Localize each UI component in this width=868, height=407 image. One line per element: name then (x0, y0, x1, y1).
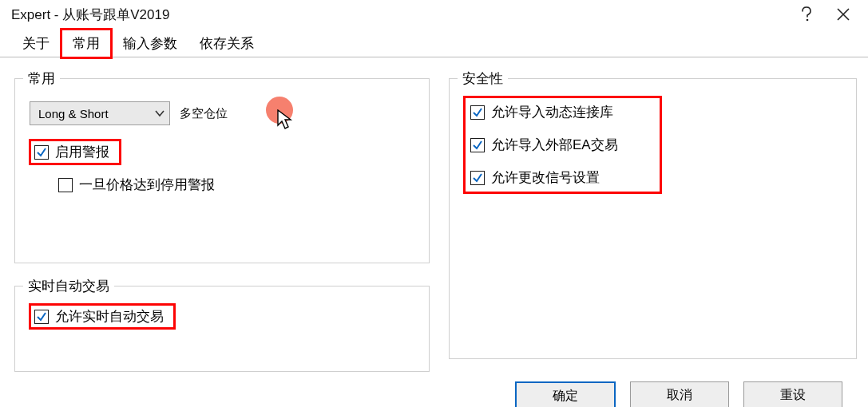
tab-common[interactable]: 常用 (61, 29, 112, 58)
tab-about[interactable]: 关于 (11, 30, 61, 57)
reset-button[interactable]: 重设 (743, 381, 842, 407)
checkbox-box (470, 105, 485, 120)
checkbox-box (470, 138, 485, 152)
checkbox-box (58, 178, 73, 192)
enable-alert-label: 启用警报 (55, 143, 109, 161)
help-button[interactable] (788, 0, 825, 29)
allow-signal-label: 允许更改信号设置 (491, 168, 600, 187)
chevron-down-icon (155, 107, 164, 121)
group-common: 常用 Long & Short 多空仓位 (14, 78, 430, 263)
group-common-legend: 常用 (23, 69, 60, 88)
group-security: 安全性 允许导入动态连接库 允许导入外部EA交易 (449, 78, 857, 359)
title-bar: Expert - 从账号跟单V2019 (0, 0, 868, 29)
cancel-button[interactable]: 取消 (630, 381, 729, 407)
security-highlight: 允许导入动态连接库 允许导入外部EA交易 (464, 97, 661, 193)
allow-live-trading-label: 允许实时自动交易 (55, 307, 164, 326)
help-icon (801, 6, 812, 22)
group-security-legend: 安全性 (458, 69, 508, 88)
positions-select[interactable]: Long & Short (30, 101, 170, 125)
tab-inputs[interactable]: 输入参数 (112, 30, 188, 57)
close-button[interactable] (825, 0, 862, 29)
disable-alert-once-hit-checkbox[interactable]: 一旦价格达到停用警报 (58, 176, 215, 194)
allow-dll-checkbox[interactable]: 允许导入动态连接库 (470, 103, 613, 121)
group-auto-trading: 实时自动交易 允许实时自动交易 (14, 286, 430, 372)
window-title: Expert - 从账号跟单V2019 (11, 6, 788, 24)
close-icon (837, 8, 850, 21)
enable-alert-highlight: 启用警报 (30, 140, 121, 164)
checkbox-box (34, 310, 49, 324)
tab-strip: 关于 常用 输入参数 依存关系 (0, 29, 868, 57)
allow-ext-ea-label: 允许导入外部EA交易 (491, 136, 618, 154)
reset-button-label: 重设 (780, 387, 806, 404)
allow-signal-checkbox[interactable]: 允许更改信号设置 (470, 168, 600, 187)
cursor-icon (277, 109, 295, 132)
ok-button-label: 确定 (553, 388, 578, 405)
positions-label: 多空仓位 (180, 106, 228, 121)
disable-alert-once-hit-label: 一旦价格达到停用警报 (79, 176, 215, 194)
group-auto-legend: 实时自动交易 (23, 277, 114, 295)
dialog-footer: 确定 取消 重设 (0, 375, 868, 407)
allow-live-trading-highlight: 允许实时自动交易 (30, 304, 175, 329)
enable-alert-checkbox[interactable]: 启用警报 (34, 143, 109, 161)
cancel-button-label: 取消 (667, 387, 692, 404)
checkbox-box (470, 171, 485, 185)
svg-point-0 (807, 19, 809, 22)
checkbox-box (34, 145, 49, 160)
positions-select-value: Long & Short (38, 107, 109, 121)
tab-depend[interactable]: 依存关系 (188, 30, 265, 57)
allow-live-trading-checkbox[interactable]: 允许实时自动交易 (34, 307, 164, 326)
ok-button[interactable]: 确定 (515, 381, 616, 407)
allow-ext-ea-checkbox[interactable]: 允许导入外部EA交易 (470, 136, 618, 154)
allow-dll-label: 允许导入动态连接库 (491, 103, 613, 121)
